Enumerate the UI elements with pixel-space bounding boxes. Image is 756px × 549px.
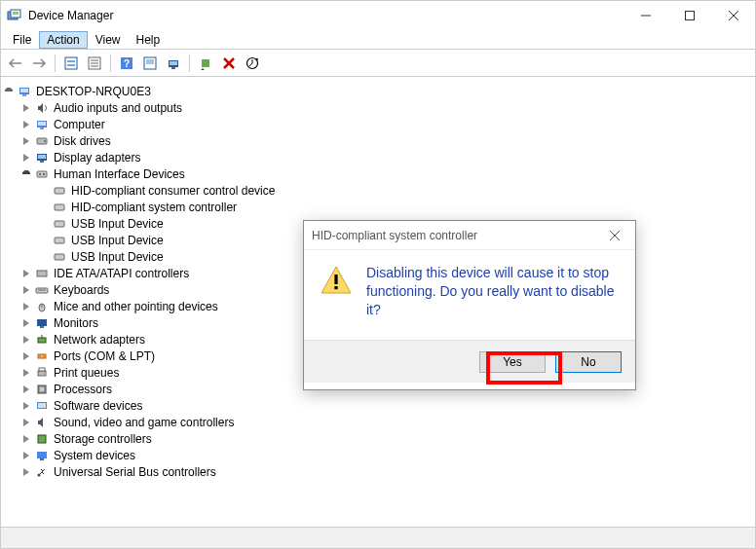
yes-button[interactable]: Yes [479, 351, 546, 373]
hid-device-icon [52, 183, 67, 199]
tree-root[interactable]: DESKTOP-NRQU0E3 [3, 83, 753, 99]
tree-node-hid[interactable]: Human Interface Devices [3, 165, 753, 182]
svg-rect-43 [55, 254, 64, 260]
expand-icon[interactable] [20, 102, 32, 114]
svg-rect-41 [55, 221, 64, 227]
menu-action[interactable]: Action [39, 31, 87, 49]
dialog-footer: Yes No [304, 340, 635, 383]
svg-rect-8 [67, 60, 75, 62]
expand-icon[interactable] [20, 400, 32, 412]
expand-icon[interactable] [20, 268, 32, 279]
svg-rect-30 [40, 128, 44, 129]
svg-rect-9 [67, 64, 75, 66]
show-hide-console-button[interactable] [60, 53, 82, 74]
svg-rect-69 [334, 286, 337, 289]
usb-device-icon [52, 233, 67, 248]
tree-child[interactable]: HID-compliant system controller [3, 199, 753, 215]
menubar: File Action View Help [1, 30, 755, 50]
window-titlebar: Device Manager [1, 1, 755, 30]
svg-rect-56 [38, 371, 46, 376]
tree-node[interactable]: Disk drives [3, 132, 753, 149]
nav-back-button[interactable] [5, 53, 26, 74]
hid-icon [34, 166, 50, 182]
svg-rect-20 [171, 67, 175, 69]
monitor-icon [34, 315, 50, 331]
tree-node-label: Storage controllers [54, 432, 152, 446]
svg-rect-35 [40, 161, 44, 163]
svg-rect-29 [38, 122, 46, 126]
dialog-title: HID-compliant system controller [312, 229, 602, 242]
sound-icon [34, 415, 50, 430]
tree-node[interactable]: Display adapters [3, 149, 753, 165]
close-button[interactable] [711, 1, 755, 30]
tree-node-label: Audio inputs and outputs [54, 101, 182, 115]
window-title: Device Manager [28, 9, 624, 22]
expand-icon[interactable] [20, 301, 32, 312]
statusbar [1, 527, 755, 548]
network-icon [34, 332, 50, 348]
expand-icon[interactable] [20, 466, 32, 478]
svg-line-5 [729, 11, 738, 20]
tree-node-label: Mice and other pointing devices [54, 300, 218, 313]
expand-icon[interactable] [20, 284, 32, 296]
tree-node-label: Monitors [54, 316, 98, 330]
computer-icon [34, 117, 50, 132]
scan-hardware-button[interactable] [139, 53, 161, 74]
mouse-icon [34, 299, 50, 314]
keyboard-icon [34, 282, 50, 298]
expand-icon[interactable] [3, 86, 15, 97]
disk-icon [34, 133, 50, 149]
scan-for-changes-button[interactable] [242, 53, 263, 74]
tree-child-label: USB Input Device [71, 217, 164, 231]
uninstall-device-button[interactable] [218, 53, 240, 74]
svg-rect-59 [40, 387, 44, 391]
properties-button[interactable] [84, 53, 105, 74]
svg-rect-50 [40, 326, 44, 328]
separator [55, 55, 56, 72]
storage-icon [34, 431, 50, 447]
usb-device-icon [52, 216, 67, 232]
tree-node[interactable]: Universal Serial Bus controllers [3, 463, 753, 480]
menu-view[interactable]: View [88, 31, 129, 49]
enable-device-button[interactable] [195, 53, 216, 74]
tree-node-label: Print queues [54, 366, 119, 380]
display-icon [34, 150, 50, 165]
svg-rect-68 [334, 274, 337, 284]
svg-point-32 [44, 140, 46, 142]
tree-node[interactable]: Sound, video and game controllers [3, 414, 753, 430]
svg-rect-19 [170, 61, 177, 65]
tree-node[interactable]: Computer [3, 116, 753, 132]
expand-icon[interactable] [20, 417, 32, 428]
tree-node[interactable]: Storage controllers [3, 430, 753, 447]
tree-node[interactable]: Audio inputs and outputs [3, 99, 753, 116]
expand-icon[interactable] [20, 384, 32, 395]
tree-node-label: Disk drives [54, 134, 111, 148]
expand-icon[interactable] [20, 367, 32, 379]
tree-node-label: Universal Serial Bus controllers [54, 465, 216, 479]
expand-icon[interactable] [20, 317, 32, 329]
maximize-button[interactable] [667, 1, 711, 30]
tree-node[interactable]: System devices [3, 447, 753, 463]
svg-point-54 [39, 355, 41, 357]
expand-icon[interactable] [20, 119, 32, 130]
expand-icon[interactable] [20, 350, 32, 362]
expand-icon[interactable] [20, 450, 32, 461]
nav-forward-button[interactable] [28, 53, 50, 74]
svg-rect-49 [37, 319, 47, 326]
no-button[interactable]: No [555, 351, 622, 373]
menu-file[interactable]: File [5, 31, 39, 49]
expand-icon[interactable] [20, 168, 32, 180]
expand-icon[interactable] [20, 152, 32, 164]
tree-child[interactable]: HID-compliant consumer control device [3, 182, 753, 199]
tree-node[interactable]: Software devices [3, 397, 753, 414]
menu-help[interactable]: Help [129, 31, 169, 49]
dialog-close-button[interactable] [602, 223, 627, 248]
update-driver-button[interactable] [163, 53, 184, 74]
expand-icon[interactable] [20, 135, 32, 147]
minimize-button[interactable] [624, 1, 667, 30]
expand-icon[interactable] [20, 433, 32, 445]
help-button[interactable]: ? [116, 53, 137, 74]
svg-rect-38 [43, 173, 45, 175]
expand-icon[interactable] [20, 334, 32, 346]
separator [189, 55, 190, 72]
